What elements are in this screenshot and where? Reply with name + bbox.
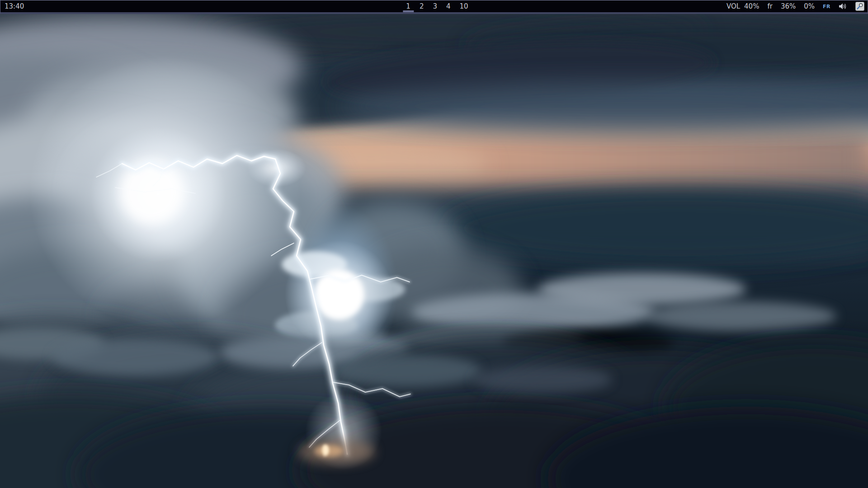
keyboard-layout-badge: FR <box>823 4 830 9</box>
volume-status: VOL 40% <box>726 2 760 10</box>
status-fr-text: fr <box>767 2 772 10</box>
volume-value: 40% <box>744 2 759 10</box>
status-bar: 13:40 1 2 3 4 10 VOL 40% fr 36% 0% FR <box>0 0 868 14</box>
workspace-button-10[interactable]: 10 <box>456 0 472 12</box>
status-percent-2: 0% <box>804 2 815 10</box>
status-area: VOL 40% fr 36% 0% FR <box>726 0 868 12</box>
magnifier-tray-icon[interactable] <box>855 2 864 11</box>
workspace-button-1[interactable]: 1 <box>402 0 414 12</box>
workspace-button-3[interactable]: 3 <box>429 0 441 12</box>
desktop-wallpaper <box>0 0 868 488</box>
workspace-switcher: 1 2 3 4 10 <box>402 0 472 12</box>
status-percent-1: 36% <box>781 2 796 10</box>
workspace-button-2[interactable]: 2 <box>416 0 428 12</box>
volume-label: VOL <box>726 2 740 10</box>
bottom-lightning-glint <box>298 439 375 465</box>
speaker-icon[interactable] <box>839 3 847 10</box>
lightning-storm-artwork <box>0 0 868 488</box>
clock: 13:40 <box>5 2 24 10</box>
workspace-button-4[interactable]: 4 <box>443 0 454 12</box>
